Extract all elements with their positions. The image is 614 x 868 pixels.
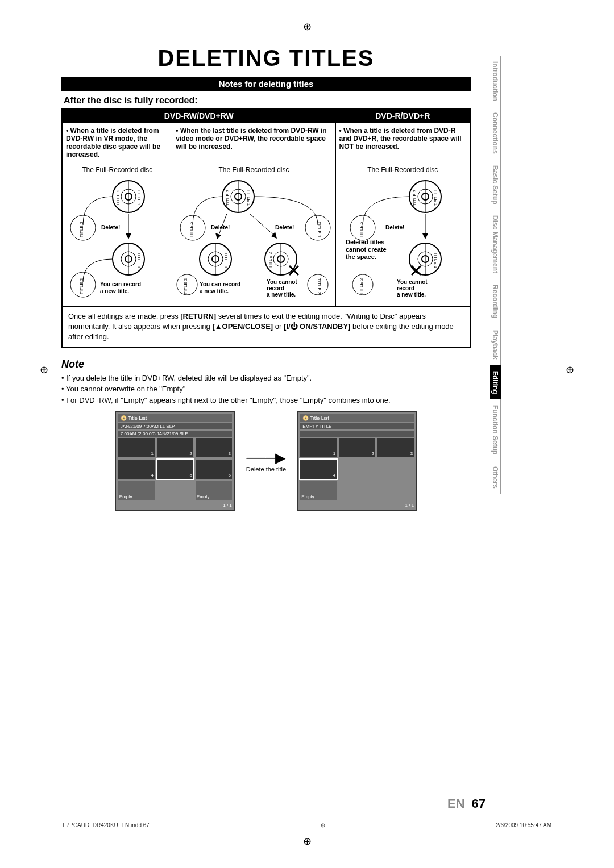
svg-text:TITLE 1: TITLE 1 bbox=[136, 190, 142, 206]
svg-text:TITLE 2: TITLE 2 bbox=[225, 189, 230, 206]
tab-function-setup: Function Setup bbox=[490, 399, 501, 460]
svg-text:TITLE 2: TITLE 2 bbox=[412, 189, 417, 206]
col1-diagram: The Full-Recorded disc TITLE 1 TITLE 2 T… bbox=[62, 162, 172, 307]
tab-disc-management: Disc Management bbox=[490, 210, 501, 279]
svg-text:You can record: You can record bbox=[100, 281, 141, 287]
tab-others: Others bbox=[490, 461, 501, 494]
svg-text:TITLE 1: TITLE 1 bbox=[433, 252, 438, 269]
tab-recording: Recording bbox=[490, 279, 501, 324]
footer-date: 2/6/2009 10:55:47 AM bbox=[496, 822, 551, 828]
note-list: • If you delete the title in DVD+RW, del… bbox=[61, 373, 471, 406]
col3-diagram: The Full-Recorded disc TITLE 1 TITLE 2 T… bbox=[335, 162, 470, 307]
after-heading: After the disc is fully recorded: bbox=[64, 95, 471, 106]
svg-text:TITLE 1: TITLE 1 bbox=[246, 190, 251, 206]
delete-arrow: ───▶ Delete the title bbox=[246, 450, 286, 473]
title-list-after: 📀 Title List EMPTY TITLE 123 4 Empty 1 /… bbox=[297, 411, 417, 511]
side-tabs: Introduction Connections Basic Setup Dis… bbox=[490, 56, 503, 494]
svg-marker-35 bbox=[271, 232, 277, 239]
note-heading: Note bbox=[61, 358, 471, 370]
notes-bar: Notes for deleting titles bbox=[61, 77, 471, 91]
svg-text:TITLE 2: TITLE 2 bbox=[359, 221, 364, 237]
footer-file: E7PCAUD_DR420KU_EN.indd 67 bbox=[63, 822, 150, 828]
footer: E7PCAUD_DR420KU_EN.indd 67 ⊕ 2/6/2009 10… bbox=[63, 822, 551, 828]
svg-text:TITLE 3: TITLE 3 bbox=[79, 278, 84, 294]
svg-text:TITLE 1: TITLE 1 bbox=[433, 190, 438, 206]
tab-introduction: Introduction bbox=[490, 56, 501, 107]
svg-text:Deleted titles: Deleted titles bbox=[346, 239, 384, 245]
svg-text:Delete!: Delete! bbox=[211, 224, 230, 231]
svg-text:TITLE 2: TITLE 2 bbox=[115, 189, 121, 206]
svg-text:You can record: You can record bbox=[200, 281, 240, 287]
svg-text:TITLE 3: TITLE 3 bbox=[317, 278, 322, 295]
tab-basic-setup: Basic Setup bbox=[490, 160, 501, 210]
svg-text:a new title.: a new title. bbox=[100, 288, 129, 294]
svg-text:TITLE 1: TITLE 1 bbox=[317, 222, 322, 238]
col2-note: • When the last title is deleted from DV… bbox=[172, 123, 335, 162]
col1-note: • When a title is deleted from DVD-RW in… bbox=[62, 123, 172, 162]
svg-text:TITLE 1: TITLE 1 bbox=[136, 252, 142, 269]
svg-text:the space.: the space. bbox=[346, 253, 376, 260]
svg-text:TITLE 1: TITLE 1 bbox=[223, 252, 229, 269]
svg-text:You cannot: You cannot bbox=[397, 279, 428, 285]
tab-playback: Playback bbox=[490, 324, 501, 365]
svg-marker-67 bbox=[422, 233, 428, 239]
page-number: EN67 bbox=[447, 796, 486, 811]
svg-text:TITLE 2: TITLE 2 bbox=[189, 221, 194, 237]
svg-text:TITLE 2: TITLE 2 bbox=[268, 252, 273, 268]
svg-text:Delete!: Delete! bbox=[385, 224, 404, 231]
col2-diagram: The Full-Recorded disc TITLE 1 TITLE 2 T… bbox=[172, 162, 335, 307]
svg-text:TITLE 3: TITLE 3 bbox=[183, 278, 188, 294]
svg-text:a new title.: a new title. bbox=[267, 291, 296, 298]
below-table-note: Once all editings are made, press [RETUR… bbox=[61, 307, 471, 348]
svg-text:record: record bbox=[267, 285, 284, 291]
svg-text:Delete!: Delete! bbox=[101, 224, 120, 231]
svg-text:TITLE 3: TITLE 3 bbox=[359, 278, 364, 294]
svg-text:a new title.: a new title. bbox=[397, 291, 426, 298]
svg-text:TITLE 2: TITLE 2 bbox=[79, 221, 84, 237]
footer-reg: ⊕ bbox=[321, 822, 325, 828]
title-list-before: 📀 Title List JAN/21/09 7:00AM L1 SLP 7:0… bbox=[115, 411, 235, 511]
registration-mark: ⊕ bbox=[566, 364, 574, 376]
svg-marker-10 bbox=[126, 233, 131, 239]
registration-mark: ⊕ bbox=[40, 364, 48, 376]
svg-text:cannot create: cannot create bbox=[346, 246, 387, 253]
svg-line-34 bbox=[250, 214, 275, 236]
header-r: DVD-R/DVD+R bbox=[335, 108, 470, 123]
registration-mark: ⊕ bbox=[303, 835, 312, 848]
svg-text:record: record bbox=[397, 285, 414, 291]
svg-text:You cannot: You cannot bbox=[267, 279, 297, 285]
tab-connections: Connections bbox=[490, 107, 501, 160]
tab-editing: Editing bbox=[490, 365, 501, 400]
svg-text:a new title.: a new title. bbox=[200, 288, 229, 294]
col3-note: • When a title is deleted from DVD-R and… bbox=[335, 123, 470, 162]
svg-marker-33 bbox=[215, 233, 221, 239]
page-title: DELETING TITLES bbox=[61, 45, 471, 71]
svg-text:Delete!: Delete! bbox=[275, 224, 294, 231]
comparison-table: DVD-RW/DVD+RW DVD-R/DVD+R • When a title… bbox=[61, 108, 471, 307]
header-rw: DVD-RW/DVD+RW bbox=[62, 108, 335, 123]
registration-mark: ⊕ bbox=[303, 20, 312, 33]
